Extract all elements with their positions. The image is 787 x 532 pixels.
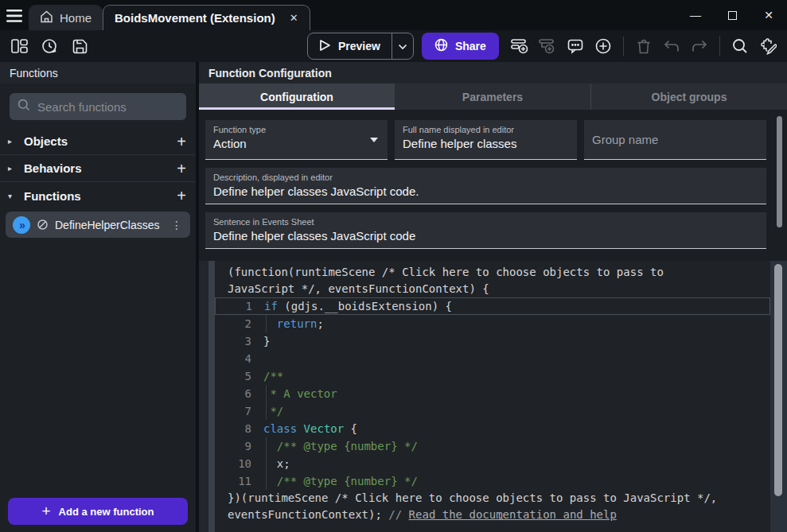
code-editor-area: (function(runtimeScene /* Click here to … (199, 261, 787, 532)
code-line[interactable]: 9 /** @type {number} */ (215, 437, 770, 455)
search-functions-box[interactable] (10, 93, 186, 120)
tab-parameters[interactable]: Parameters (395, 83, 590, 110)
full-name-field[interactable]: Full name displayed in editor Define hel… (395, 120, 577, 160)
code-line[interactable]: 7 */ (215, 402, 770, 420)
save-button[interactable] (68, 35, 91, 57)
add-comment-button[interactable] (564, 35, 586, 57)
code-line[interactable]: 10 x; (215, 455, 770, 472)
description-value: Define helper classes JavaScript code. (213, 184, 758, 198)
undo-icon (664, 40, 680, 52)
search-functions-input[interactable] (37, 100, 178, 114)
maximize-button[interactable] (714, 0, 750, 30)
code-line[interactable]: 5/** (215, 367, 770, 385)
private-icon (37, 219, 49, 231)
full-name-label: Full name displayed in editor (403, 125, 569, 134)
version-history-button[interactable] (38, 35, 60, 57)
code-line[interactable]: 1if (gdjs.__boidsExtension) { (215, 297, 770, 315)
share-label: Share (455, 40, 486, 52)
add-object-button[interactable]: + (177, 134, 186, 150)
open-panels-button[interactable] (8, 35, 30, 57)
page-title: Function Configuration (199, 62, 787, 83)
function-name: DefineHelperClasses (55, 219, 163, 231)
configuration-form: Function type Action Full name displayed… (199, 110, 787, 257)
choose-event-button[interactable] (592, 35, 614, 57)
search-events-button[interactable] (729, 35, 751, 57)
save-floppy-icon (72, 39, 88, 54)
kebab-menu-icon[interactable]: ⋮ (169, 219, 184, 231)
maximize-icon (728, 11, 737, 20)
code-line[interactable]: 3} (215, 332, 770, 350)
line-number: 1 (216, 300, 252, 313)
panels-layout-icon (11, 39, 28, 53)
action-function-icon: » (13, 216, 30, 234)
sidebar-item-functions[interactable]: ▾ Functions + (0, 182, 196, 209)
code-line[interactable]: 4 (215, 350, 770, 367)
add-new-function-label: Add a new function (59, 506, 154, 518)
editor-scrollbar-thumb[interactable] (774, 264, 782, 496)
code-header[interactable]: (function(runtimeScene /* Click here to … (215, 264, 770, 297)
editor-scrollbar-track[interactable] (770, 261, 787, 532)
code-line[interactable]: 11 /** @type {number} */ (215, 472, 770, 490)
code-line[interactable]: 6 * A vector (215, 385, 770, 402)
tab-object-groups[interactable]: Object groups (590, 83, 787, 110)
main-menu-button[interactable] (0, 3, 29, 29)
close-window-icon: ✕ (764, 9, 773, 21)
code-footer[interactable]: })(runtimeScene /* Click here to choose … (215, 490, 770, 523)
share-button[interactable]: Share (422, 33, 499, 60)
sidebar-item-behaviors[interactable]: ▸ Behaviors + (0, 155, 196, 182)
line-number: 3 (215, 335, 251, 348)
code-line[interactable]: 8class Vector { (215, 420, 770, 437)
sentence-field[interactable]: Sentence in Events Sheet Define helper c… (205, 212, 766, 249)
search-icon (732, 38, 748, 54)
edit-extension-button[interactable] (757, 35, 779, 57)
tab-extension-label: BoidsMovement (Extension) (115, 11, 275, 25)
delete-button[interactable] (633, 35, 655, 57)
code-line[interactable]: 2 return; (215, 315, 770, 332)
documentation-link[interactable]: Read the documentation and help (409, 508, 617, 521)
group-name-field[interactable]: Group name (584, 120, 766, 160)
comment-bubble-icon (567, 39, 583, 54)
tab-home[interactable]: Home (29, 5, 103, 30)
chevron-right-icon: ▸ (8, 164, 21, 173)
titlebar: Home BoidsMovement (Extension) ✕ — ✕ (0, 0, 787, 30)
javascript-code-editor[interactable]: (function(runtimeScene /* Click here to … (215, 261, 787, 532)
add-event-button[interactable] (508, 35, 531, 57)
add-circle-icon (595, 38, 611, 54)
sidebar-item-objects[interactable]: ▸ Objects + (0, 128, 196, 155)
group-name-placeholder: Group name (592, 133, 658, 146)
sentence-label: Sentence in Events Sheet (213, 217, 758, 227)
tab-extension[interactable]: BoidsMovement (Extension) ✕ (103, 5, 310, 30)
line-number: 4 (215, 352, 251, 365)
add-function-button[interactable]: + (177, 188, 186, 204)
description-field[interactable]: Description, displayed in editor Define … (205, 168, 766, 204)
preview-button[interactable]: Preview (307, 33, 414, 60)
chevron-down-icon (398, 39, 407, 53)
function-item-selected[interactable]: » DefineHelperClasses ⋮ (6, 212, 190, 238)
add-behavior-button[interactable]: + (177, 161, 186, 177)
objects-section-label: Objects (24, 134, 177, 148)
redo-button[interactable] (688, 35, 711, 57)
plus-icon: + (42, 503, 51, 520)
add-subevent-button[interactable] (536, 35, 559, 57)
description-label: Description, displayed in editor (213, 173, 758, 182)
function-type-value: Action (213, 137, 380, 150)
preview-options-button[interactable] (392, 33, 413, 59)
undo-button[interactable] (660, 35, 683, 57)
add-new-function-button[interactable]: + Add a new function (8, 498, 188, 525)
form-scrollbar[interactable] (777, 116, 782, 227)
minimize-button[interactable]: — (677, 0, 714, 30)
close-window-button[interactable]: ✕ (750, 0, 787, 30)
toolbar-divider (719, 37, 720, 56)
function-type-select[interactable]: Function type Action (205, 120, 388, 160)
line-number: 6 (215, 387, 251, 400)
function-type-label: Function type (213, 125, 380, 134)
toolbar: Preview Share (0, 30, 787, 62)
behaviors-section-label: Behaviors (24, 161, 177, 175)
app-body: Functions ▸ Objects + ▸ Behaviors + ▾ Fu (0, 62, 787, 532)
tab-close-icon[interactable]: ✕ (290, 12, 298, 24)
sidebar-title: Functions (0, 62, 196, 83)
tab-configuration[interactable]: Configuration (199, 83, 395, 110)
dropdown-caret-icon (370, 138, 378, 142)
toolbar-left-group (0, 35, 91, 57)
editor-resize-handle[interactable] (208, 261, 215, 532)
